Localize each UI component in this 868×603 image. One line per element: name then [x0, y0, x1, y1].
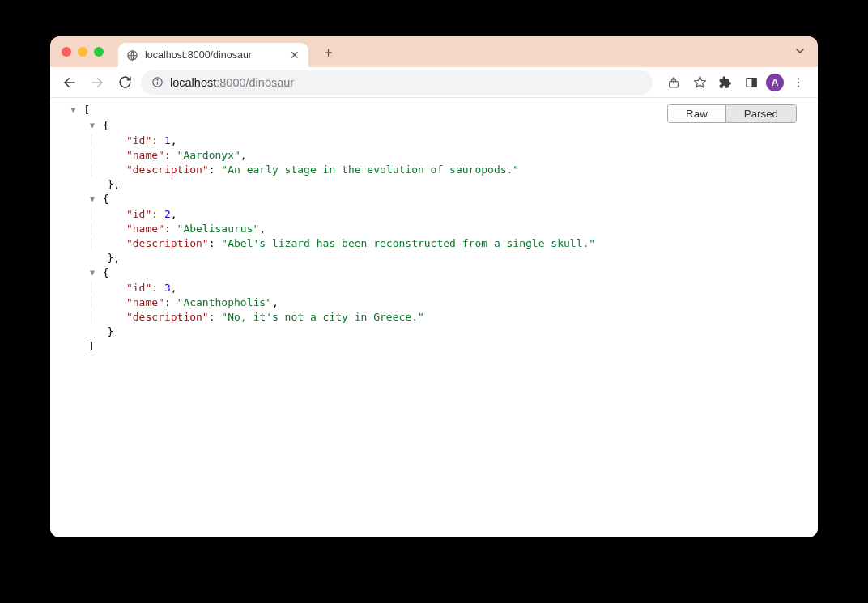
globe-icon [126, 49, 138, 62]
json-tree: ▼ [ ▼ { │ "id": 1, │ "name": "Aardonyx",… [50, 98, 818, 370]
json-line: │ "name": "Acanthopholis", [50, 295, 818, 310]
back-button[interactable] [58, 71, 81, 94]
json-line: }, [50, 251, 818, 265]
json-line: │ "id": 3, [50, 281, 818, 295]
json-line: ▼ [ [50, 103, 818, 118]
svg-rect-11 [752, 78, 756, 87]
svg-point-13 [798, 81, 799, 83]
tab-title: localhost:8000/dinosaur [145, 49, 282, 61]
collapse-toggle-icon[interactable]: ▼ [88, 265, 96, 280]
extensions-icon[interactable] [714, 71, 737, 94]
json-line: ] [50, 339, 818, 354]
browser-tab[interactable]: localhost:8000/dinosaur ✕ [118, 43, 308, 67]
svg-point-14 [798, 85, 799, 87]
collapse-toggle-icon[interactable]: ▼ [69, 103, 77, 117]
json-line: } [50, 325, 818, 339]
browser-window: localhost:8000/dinosaur ✕ ＋ localhost:80… [50, 36, 818, 537]
zoom-window-button[interactable] [94, 47, 104, 57]
url-rest: :8000/dinosaur [216, 76, 294, 89]
json-line: ▼ { [50, 192, 818, 207]
json-line: │ "name": "Aardonyx", [50, 148, 818, 163]
reload-button[interactable] [113, 71, 136, 94]
json-line: │ "id": 1, [50, 134, 818, 148]
svg-point-12 [798, 78, 799, 79]
close-window-button[interactable] [62, 47, 71, 57]
forward-button [86, 71, 108, 94]
avatar[interactable]: A [766, 74, 784, 91]
site-info-icon[interactable] [151, 76, 164, 89]
json-line: │ "description": "Abel's lizard has been… [50, 236, 818, 251]
omnibox[interactable]: localhost:8000/dinosaur [141, 70, 653, 95]
panel-icon[interactable] [740, 71, 763, 94]
close-tab-icon[interactable]: ✕ [288, 49, 300, 62]
collapse-toggle-icon[interactable]: ▼ [88, 192, 96, 206]
toolbar: localhost:8000/dinosaur A [50, 67, 818, 98]
url-host: localhost [170, 76, 216, 89]
avatar-letter: A [772, 77, 779, 88]
json-line: │ "description": "No, it's not a city in… [50, 310, 818, 325]
tab-strip: localhost:8000/dinosaur ✕ ＋ [50, 36, 818, 67]
minimize-window-button[interactable] [78, 47, 87, 57]
url-text: localhost:8000/dinosaur [170, 76, 294, 89]
json-line: }, [50, 177, 818, 192]
share-icon[interactable] [662, 71, 685, 94]
svg-point-5 [157, 79, 158, 80]
json-line: │ "name": "Abelisaurus", [50, 222, 818, 236]
svg-marker-8 [694, 76, 705, 87]
tabs-chevron-down-icon[interactable] [794, 45, 806, 61]
traffic-lights [62, 47, 104, 57]
bookmark-star-icon[interactable] [688, 71, 711, 94]
new-tab-button[interactable]: ＋ [317, 40, 339, 63]
page-content: Raw Parsed ▼ [ ▼ { │ "id": 1, │ "name": … [50, 98, 818, 537]
collapse-toggle-icon[interactable]: ▼ [88, 118, 96, 133]
json-line: ▼ { [50, 118, 818, 134]
kebab-menu-icon[interactable] [787, 71, 810, 94]
json-line: │ "id": 2, [50, 207, 818, 222]
toolbar-right: A [662, 71, 810, 94]
json-line: ▼ { [50, 265, 818, 281]
json-line: │ "description": "An early stage in the … [50, 163, 818, 177]
